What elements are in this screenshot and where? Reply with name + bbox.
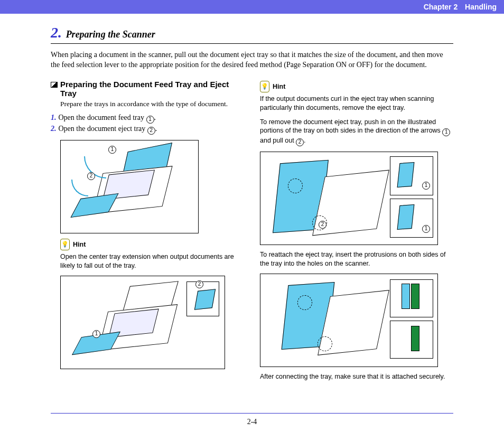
hint-bulb-icon: 💡: [60, 239, 70, 250]
figure-label-2: 2: [87, 172, 95, 180]
section-number: 2.: [51, 24, 62, 41]
bullet-icon: [51, 82, 58, 88]
secure-tray-paragraph: After connecting the tray, make sure tha…: [260, 372, 453, 381]
figure-label-2: 2: [319, 221, 326, 229]
step-number: 2.: [51, 125, 57, 133]
section-title: Preparing the Scanner: [66, 29, 155, 40]
intro-paragraph: When placing a document in the scanner, …: [51, 50, 453, 70]
figure-label-1a: 1: [422, 182, 430, 190]
step-1: 1.Open the document feed tray 1.: [51, 114, 244, 124]
page-body: 2. Preparing the Scanner When placing a …: [0, 14, 504, 392]
subsection-heading-text: Preparing the Document Feed Tray and Eje…: [60, 80, 229, 98]
hint-row: 💡 Hint: [260, 81, 453, 92]
circled-1-icon: 1: [442, 128, 450, 136]
hint-row: 💡 Hint: [60, 239, 244, 250]
subsection-description: Prepare the trays in accordance with the…: [60, 100, 244, 108]
circled-1-icon: 1: [146, 116, 154, 124]
figure-remove-tray: 2 1 1: [260, 152, 438, 245]
step-number: 1.: [51, 114, 57, 121]
step-text-tail: .: [155, 125, 157, 133]
two-column-layout: Preparing the Document Feed Tray and Eje…: [51, 80, 453, 387]
figure-center-extension: 1 2: [60, 276, 225, 369]
para-text: .: [304, 137, 305, 144]
para-text: and pull out: [260, 137, 296, 144]
circled-2-icon: 2: [296, 138, 304, 146]
remove-tray-paragraph: To remove the document eject tray, push …: [260, 118, 453, 147]
step-text-tail: .: [154, 114, 156, 121]
hint-label: Hint: [73, 241, 86, 248]
step-2: 2.Open the document eject tray 2.: [51, 125, 244, 135]
right-column: 💡 Hint If the output documents curl in t…: [260, 80, 453, 387]
chapter-title: Handling: [465, 3, 497, 11]
hint-bulb-icon: 💡: [260, 81, 269, 92]
step-text: Open the document eject tray: [59, 125, 147, 133]
step-text: Open the document feed tray: [59, 114, 146, 121]
figure-reattach-tray: [260, 274, 438, 367]
page-footer: 2-4: [51, 413, 453, 432]
hint-1-text: Open the center tray extension when outp…: [60, 252, 244, 270]
left-column: Preparing the Document Feed Tray and Eje…: [51, 80, 244, 387]
chapter-number: Chapter 2: [424, 3, 458, 11]
figure-label-1: 1: [92, 330, 100, 338]
section-title-row: 2. Preparing the Scanner: [51, 24, 453, 44]
circled-2-icon: 2: [147, 127, 155, 135]
figure-label-1b: 1: [422, 225, 430, 233]
para-text: To remove the document eject tray, push …: [260, 118, 442, 135]
subsection-heading: Preparing the Document Feed Tray and Eje…: [51, 80, 244, 98]
hint-2-text: If the output documents curl in the ejec…: [260, 95, 453, 112]
figure-label-2: 2: [195, 280, 203, 288]
chapter-header: Chapter 2 Handling: [0, 0, 504, 14]
hint-label: Hint: [273, 83, 285, 90]
reattach-tray-paragraph: To reattach the eject tray, insert the p…: [260, 250, 453, 268]
figure-label-1: 1: [108, 146, 116, 154]
page-number: 2-4: [247, 418, 257, 426]
figure-open-trays: 1 2: [60, 140, 199, 233]
